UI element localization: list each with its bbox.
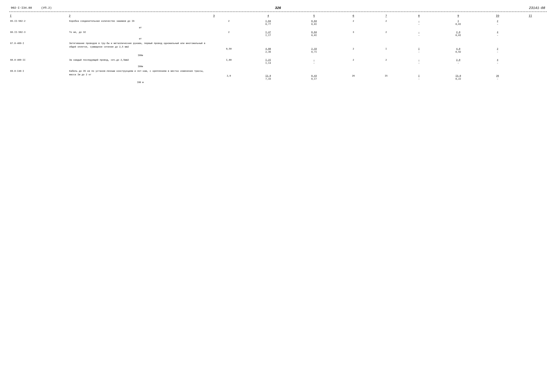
row-code: 66.II-582-3 [9,30,68,38]
row-col4: 4,88 2,36 [245,41,291,54]
table-row: 69.8-I48-I Кабель до 35 кв по установ-ле… [9,69,547,81]
table-row: 66.II-582-3 То же, до 32 2 I,47 I,I7 0,0… [9,30,547,38]
header-left: 902-I-I34.88 (УП.2) [11,6,52,10]
row-col5: – – [291,58,337,65]
col-header-5: 5 [291,13,337,19]
column-headers: I 2 3 4 5 6 7 8 9 IO II [9,13,547,19]
col-header-10: IO [481,13,514,19]
table-row: 68.8-409-II За каждый последующий провод… [9,58,547,65]
row-code: 67.8-409-I [9,41,68,54]
row-col3: 0,50 [212,41,245,54]
row-col10: 4 – [481,58,514,65]
row-col4: I,04 0,77 [245,19,291,26]
subtitle: (УП.2) [41,6,52,10]
row-code: 68.8-409-II [9,58,68,65]
row-col8: – – [402,19,435,26]
row-description: За каждый последующий провод, сеч.до 2,5… [68,58,212,65]
row-description: То же, до 32 [68,30,212,38]
col-header-2: 2 [68,13,212,19]
table-row: 67.8-409-I Затягивание проводов в тру-бы… [9,41,547,54]
row-col3: 2 [212,19,245,26]
row-col5: 0,04 0,0I [291,19,337,26]
unit-label: I00м [68,65,212,69]
row-description: Затягивание проводов в тру-бы и металлич… [68,41,212,54]
row-col6: 2 [337,41,370,54]
doc-number: 23141-08 [529,6,545,10]
unit-label: шт [68,38,212,41]
unit-label: шт [68,26,212,30]
row-col9: 2,0 – [435,58,481,65]
table-row-unit: I00 м [9,81,547,85]
row-col5: 0,43 0,I7 [291,69,337,81]
row-col8: I – [402,69,435,81]
row-col8: I – [402,41,435,54]
row-col3: 2,0 [212,69,245,81]
col-header-6: 6 [337,13,370,19]
unit-label: I00м [68,54,212,58]
col-header-3: 3 [212,13,245,19]
col-header-9: 9 [435,13,481,19]
row-col7: I5 [370,69,402,81]
row-col9: 2,0 0,0I [435,30,481,38]
row-col6: 2 [337,19,370,26]
table-row-unit: I00м [9,65,547,69]
row-col9: I3,0 0,22 [435,69,481,81]
table-row-unit: шт [9,38,547,41]
unit-label: I00 м [68,81,212,85]
col-header-8: 8 [402,13,435,19]
top-divider [9,12,547,12]
row-description: Коробка соединительная количество зажимо… [68,19,212,26]
row-col10: 4 – [481,30,514,38]
row-col6: 3 [337,30,370,38]
row-col10: 2 – [481,19,514,26]
row-col5: 2,33 0,7I [291,41,337,54]
row-col4: I,47 I,I7 [245,30,291,38]
col-header-1: I [9,13,68,19]
col-header-11: II [514,13,547,19]
row-col4: I,2I I,I4 [245,58,291,65]
table-row-unit: шт [9,26,547,30]
row-description: Кабель до 35 кв по установ-ленным констр… [68,69,212,81]
row-col3: 2 [212,30,245,38]
row-col10: 26 – [481,69,514,81]
page-number: 326 [275,6,281,10]
row-col4: I2,9 7,33 [245,69,291,81]
doc-code: 902-I-I34.88 [11,6,32,10]
row-code: 69.8-I48-I [9,69,68,81]
row-col6: 26 [337,69,370,81]
col-header-4: 4 [245,13,291,19]
row-col7: 2 [370,58,402,65]
row-col8: – – [402,58,435,65]
row-col7: 2 [370,19,402,26]
row-col10: 2 – [481,41,514,54]
row-code: 65.II-582-2 [9,19,68,26]
row-col9: I 0,0I [435,19,481,26]
table-row: 65.II-582-2 Коробка соединительная колич… [9,19,547,26]
row-col5: 0,04 0,0I [291,30,337,38]
main-table: I 2 3 4 5 6 7 8 9 IO II 65.II-582-2 Коро… [9,13,547,85]
row-col8: – – [402,30,435,38]
row-col9: 4,0 0,92 [435,41,481,54]
row-col3: I,80 [212,58,245,65]
row-col7: 2 [370,30,402,38]
table-row-unit: I00м [9,54,547,58]
row-col6: 2 [337,58,370,65]
col-header-7: 7 [370,13,402,19]
row-col7: I [370,41,402,54]
